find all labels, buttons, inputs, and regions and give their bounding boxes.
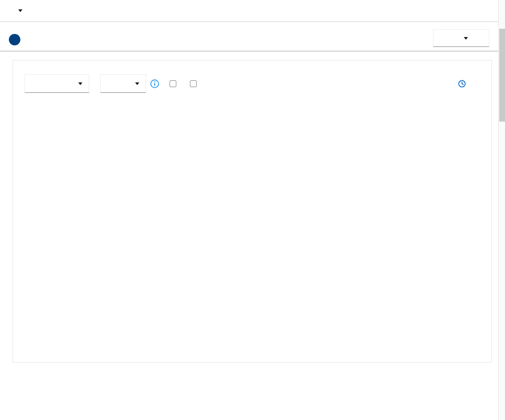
info-icon[interactable] bbox=[150, 79, 159, 88]
actions-button[interactable] bbox=[433, 29, 489, 47]
checkbox-box bbox=[190, 80, 197, 87]
duration-link[interactable] bbox=[458, 80, 470, 88]
title-row bbox=[9, 34, 492, 45]
checkbox-box bbox=[170, 80, 176, 87]
masthead bbox=[0, 0, 505, 22]
vertical-scrollbar[interactable] bbox=[498, 0, 505, 420]
spans-checkbox[interactable] bbox=[170, 80, 181, 87]
chevron-down-icon bbox=[18, 9, 22, 12]
trendlines-checkbox[interactable] bbox=[190, 80, 201, 87]
deployment-badge bbox=[9, 34, 20, 45]
metrics-settings-dropdown[interactable] bbox=[25, 74, 89, 93]
metrics-card bbox=[13, 60, 492, 363]
clock-icon bbox=[458, 80, 466, 88]
metrics-toolbar bbox=[13, 61, 491, 93]
chevron-down-icon bbox=[78, 82, 82, 85]
chevron-down-icon bbox=[464, 37, 468, 40]
project-selector[interactable] bbox=[9, 9, 22, 12]
scrollbar-thumb[interactable] bbox=[499, 29, 505, 122]
secondary-tabs bbox=[0, 51, 505, 52]
chevron-down-icon bbox=[135, 82, 139, 85]
source-dropdown[interactable] bbox=[100, 74, 146, 93]
page-header bbox=[0, 22, 505, 51]
